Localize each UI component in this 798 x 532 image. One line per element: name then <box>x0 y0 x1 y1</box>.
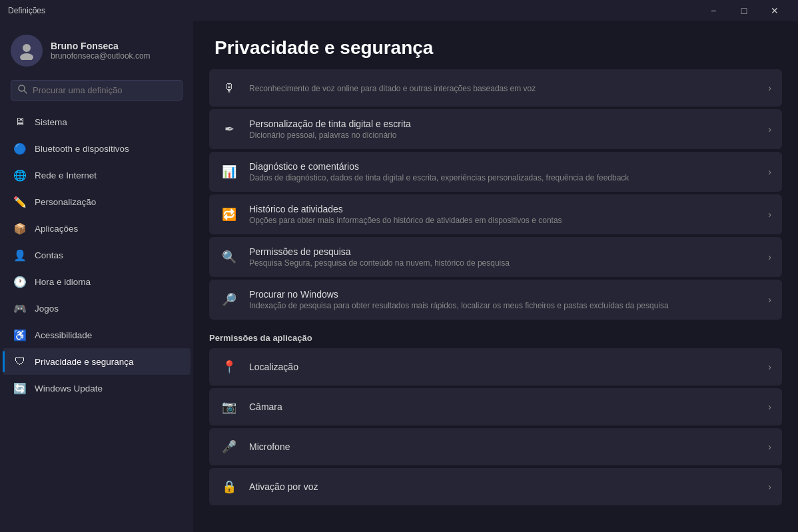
svg-point-1 <box>20 53 33 60</box>
maximize-button[interactable]: □ <box>729 0 759 21</box>
sidebar: Bruno Fonseca brunofonseca@outlook.com 🖥… <box>0 21 193 532</box>
chevron-icon-diagnostico: › <box>768 166 771 177</box>
nav-label-jogos: Jogos <box>35 304 59 314</box>
nav-label-rede: Rede e Internet <box>35 170 97 180</box>
user-profile[interactable]: Bruno Fonseca brunofonseca@outlook.com <box>0 21 193 77</box>
app-perm-item-ativacao-voz[interactable]: 🔒 Ativação por voz › <box>209 468 782 505</box>
close-button[interactable]: ✕ <box>759 0 790 21</box>
nav-list: 🖥 Sistema 🔵 Bluetooth e dispositivos 🌐 R… <box>0 109 193 401</box>
settings-icon-tinta-digital: ✒ <box>220 120 238 138</box>
nav-label-privacidade: Privacidade e segurança <box>35 357 134 367</box>
settings-icon-permissoes-pesquisa: 🔍 <box>220 248 238 266</box>
user-name: Bruno Fonseca <box>51 41 151 51</box>
app-perm-chevron-microfone: › <box>768 441 771 452</box>
user-info: Bruno Fonseca brunofonseca@outlook.com <box>51 41 151 61</box>
sidebar-item-bluetooth[interactable]: 🔵 Bluetooth e dispositivos <box>3 135 191 162</box>
settings-desc-historico: Opções para obter mais informações do hi… <box>249 216 562 225</box>
sidebar-item-rede[interactable]: 🌐 Rede e Internet <box>3 162 191 188</box>
nav-icon-jogos: 🎮 <box>13 302 27 315</box>
sidebar-item-sistema[interactable]: 🖥 Sistema <box>3 109 191 135</box>
settings-title-procurar-windows: Procurar no Windows <box>249 289 669 300</box>
app-perm-item-localizacao[interactable]: 📍 Localização › <box>209 348 782 386</box>
settings-item-left-tinta-digital: ✒ Personalização de tinta digital e escr… <box>220 119 411 140</box>
app-perm-title-microfone: Microfone <box>249 441 290 452</box>
settings-desc-reconhecimento-voz: Reconhecimento de voz online para ditado… <box>249 84 536 93</box>
nav-label-sistema: Sistema <box>35 117 67 127</box>
app-perm-title-localizacao: Localização <box>249 362 298 372</box>
settings-item-diagnostico[interactable]: 📊 Diagnóstico e comentários Dados de dia… <box>209 152 782 192</box>
content-area: Privacidade e segurança 🎙 Reconhecimento… <box>193 21 798 532</box>
minimize-button[interactable]: − <box>698 0 729 21</box>
nav-icon-rede: 🌐 <box>13 168 27 182</box>
nav-icon-aplicacoes: 📦 <box>13 222 27 235</box>
page-title: Privacidade e segurança <box>193 21 798 69</box>
settings-title-tinta-digital: Personalização de tinta digital e escrit… <box>249 119 411 129</box>
app-perm-text-localizacao: Localização <box>249 362 298 372</box>
app-perm-left-microfone: 🎤 Microfone <box>220 437 290 456</box>
app-perm-chevron-localizacao: › <box>768 362 771 372</box>
sidebar-item-contas[interactable]: 👤 Contas <box>3 242 191 268</box>
app-permissions-header: Permissões da aplicação <box>209 322 782 348</box>
nav-icon-hora: 🕐 <box>13 275 27 288</box>
settings-title-diagnostico: Diagnóstico e comentários <box>249 161 629 172</box>
app-perm-title-ativacao-voz: Ativação por voz <box>249 481 318 492</box>
nav-label-contas: Contas <box>35 250 63 260</box>
settings-title-historico: Histórico de atividades <box>249 204 562 214</box>
chevron-icon-procurar-windows: › <box>768 294 771 305</box>
app-perm-icon-ativacao-voz: 🔒 <box>220 477 238 496</box>
settings-text-procurar-windows: Procurar no Windows Indexação de pesquis… <box>249 289 669 310</box>
app-perm-icon-microfone: 🎤 <box>220 437 238 456</box>
nav-label-personalizacao: Personalização <box>35 197 96 207</box>
settings-item-tinta-digital[interactable]: ✒ Personalização de tinta digital e escr… <box>209 109 782 149</box>
chevron-icon-historico: › <box>768 209 771 220</box>
chevron-icon-permissoes-pesquisa: › <box>768 252 771 262</box>
titlebar: Definições − □ ✕ <box>0 0 798 21</box>
sidebar-item-hora[interactable]: 🕐 Hora e idioma <box>3 268 191 295</box>
nav-icon-bluetooth: 🔵 <box>13 142 27 155</box>
app-perm-item-microfone[interactable]: 🎤 Microfone › <box>209 428 782 465</box>
app-perm-text-ativacao-voz: Ativação por voz <box>249 481 318 492</box>
sidebar-item-windows-update[interactable]: 🔄 Windows Update <box>3 375 191 401</box>
app-perm-text-microfone: Microfone <box>249 441 290 452</box>
settings-text-historico: Histórico de atividades Opções para obte… <box>249 204 562 225</box>
nav-label-aplicacoes: Aplicações <box>35 224 78 234</box>
nav-icon-acessibilidade: ♿ <box>13 328 27 342</box>
app-perm-text-camara: Câmara <box>249 401 282 412</box>
nav-icon-privacidade: 🛡 <box>13 355 27 368</box>
nav-label-hora: Hora e idioma <box>35 277 91 287</box>
settings-item-left-procurar-windows: 🔎 Procurar no Windows Indexação de pesqu… <box>220 289 669 310</box>
settings-icon-historico: 🔁 <box>220 205 238 224</box>
settings-item-left-permissoes-pesquisa: 🔍 Permissões de pesquisa Pesquisa Segura… <box>220 246 510 268</box>
nav-label-bluetooth: Bluetooth e dispositivos <box>35 144 129 154</box>
app-perm-icon-localizacao: 📍 <box>220 358 238 376</box>
settings-text-reconhecimento-voz: Reconhecimento de voz online para ditado… <box>249 83 536 93</box>
search-box[interactable] <box>11 80 183 101</box>
chevron-icon-reconhecimento-voz: › <box>768 83 771 93</box>
settings-icon-reconhecimento-voz: 🎙 <box>220 79 238 97</box>
settings-item-procurar-windows[interactable]: 🔎 Procurar no Windows Indexação de pesqu… <box>209 280 782 320</box>
svg-point-0 <box>23 44 31 52</box>
settings-item-historico[interactable]: 🔁 Histórico de atividades Opções para ob… <box>209 194 782 234</box>
titlebar-left: Definições <box>8 6 45 15</box>
nav-icon-sistema: 🖥 <box>13 115 27 129</box>
sidebar-item-privacidade[interactable]: 🛡 Privacidade e segurança <box>3 348 191 375</box>
sidebar-item-acessibilidade[interactable]: ♿ Acessibilidade <box>3 322 191 348</box>
app-perm-item-camara[interactable]: 📷 Câmara › <box>209 388 782 425</box>
sidebar-item-jogos[interactable]: 🎮 Jogos <box>3 295 191 322</box>
settings-icon-procurar-windows: 🔎 <box>220 290 238 309</box>
sidebar-item-personalizacao[interactable]: ✏️ Personalização <box>3 188 191 215</box>
app-body: Bruno Fonseca brunofonseca@outlook.com 🖥… <box>0 21 798 532</box>
app-title: Definições <box>8 6 45 15</box>
settings-desc-tinta-digital: Dicionário pessoal, palavras no dicionár… <box>249 131 411 140</box>
settings-text-tinta-digital: Personalização de tinta digital e escrit… <box>249 119 411 140</box>
settings-desc-procurar-windows: Indexação de pesquisa para obter resulta… <box>249 301 669 310</box>
app-permissions-list: Permissões da aplicação 📍 Localização › … <box>193 322 798 505</box>
settings-item-reconhecimento-voz[interactable]: 🎙 Reconhecimento de voz online para dita… <box>209 69 782 107</box>
settings-desc-permissoes-pesquisa: Pesquisa Segura, pesquisa de conteúdo na… <box>249 258 510 268</box>
settings-text-diagnostico: Diagnóstico e comentários Dados de diagn… <box>249 161 629 182</box>
search-icon <box>18 85 27 96</box>
nav-icon-contas: 👤 <box>13 248 27 262</box>
search-input[interactable] <box>33 85 175 95</box>
settings-item-permissoes-pesquisa[interactable]: 🔍 Permissões de pesquisa Pesquisa Segura… <box>209 237 782 277</box>
sidebar-item-aplicacoes[interactable]: 📦 Aplicações <box>3 215 191 242</box>
